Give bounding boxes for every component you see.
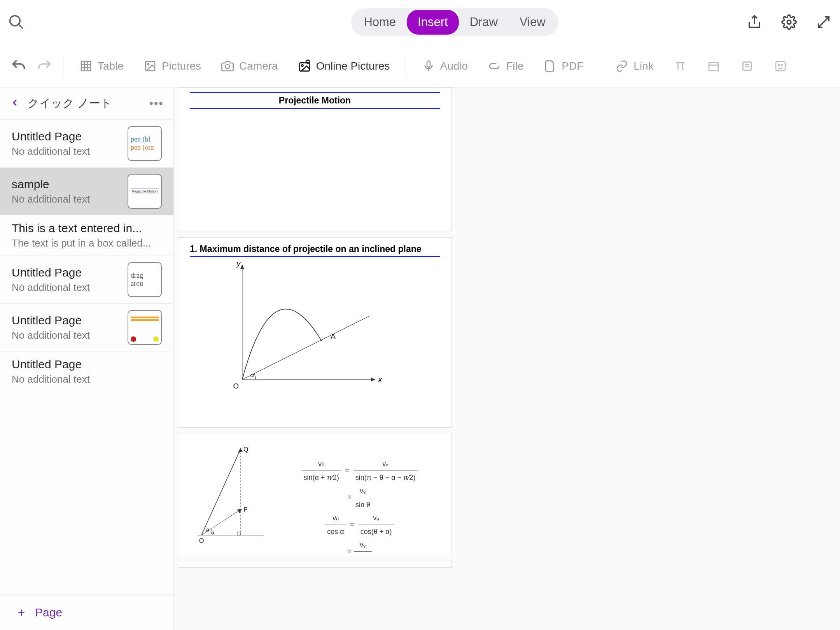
- online-pictures-icon: [298, 59, 312, 73]
- formula-text: v₀sin(α + π⁄2) = vₐsin(π − θ − α − π⁄2) …: [279, 442, 440, 546]
- page-title: sample: [12, 178, 121, 191]
- pdf-button[interactable]: PDF: [535, 55, 591, 77]
- label-x: x: [378, 375, 382, 383]
- page-item[interactable]: This is a text entered in... The text is…: [0, 215, 173, 256]
- svg-marker-27: [371, 378, 376, 381]
- svg-line-1: [19, 24, 23, 28]
- online-pictures-button[interactable]: Online Pictures: [290, 55, 398, 77]
- camera-label: Camera: [239, 60, 278, 72]
- sticker-button[interactable]: [766, 55, 795, 77]
- label-y: y: [236, 259, 241, 268]
- calendar-icon: [707, 59, 721, 73]
- page-subtitle: No additional text: [12, 373, 162, 385]
- document-title-block: Projectile Motion: [178, 88, 452, 231]
- tab-insert[interactable]: Insert: [407, 10, 459, 35]
- page-subtitle: No additional text: [12, 282, 121, 294]
- audio-button[interactable]: Audio: [414, 55, 476, 77]
- svg-point-22: [778, 65, 779, 66]
- page-item[interactable]: Untitled Page No additional text drag ar…: [0, 256, 173, 304]
- svg-marker-25: [240, 264, 244, 269]
- back-icon[interactable]: [10, 95, 20, 112]
- more-icon[interactable]: •••: [149, 97, 164, 110]
- page-subtitle: No additional text: [12, 329, 121, 341]
- pictures-button[interactable]: Pictures: [135, 55, 209, 77]
- online-pictures-label: Online Pictures: [316, 60, 390, 72]
- add-page-label: Page: [35, 606, 62, 619]
- table-label: Table: [98, 60, 124, 72]
- share-icon[interactable]: [746, 14, 763, 31]
- label-Q: Q: [243, 446, 248, 453]
- svg-text:θ: θ: [206, 527, 209, 533]
- page-item[interactable]: Untitled Page No additional text: [0, 304, 173, 352]
- triangle-diagram: Q P O θ α: [190, 442, 268, 547]
- document-section-block: 1. Maximum distance of projectile on an …: [178, 237, 452, 428]
- table-icon: [79, 59, 93, 73]
- label-O2: O: [199, 537, 204, 544]
- audio-icon: [422, 59, 436, 73]
- page-title: Untitled Page: [12, 130, 121, 143]
- search-icon[interactable]: [8, 14, 25, 31]
- pictures-icon: [143, 59, 157, 73]
- main-tabs: Home Insert Draw View: [351, 8, 558, 36]
- projectile-graph: O x y A α: [190, 257, 440, 393]
- label-A: A: [331, 332, 336, 340]
- link-button[interactable]: Link: [607, 55, 661, 77]
- section-title: 1. Maximum distance of projectile on an …: [190, 242, 440, 257]
- redo-icon: [37, 59, 51, 73]
- audio-label: Audio: [440, 60, 468, 72]
- camera-icon: [220, 59, 234, 73]
- plus-icon: ＋: [16, 604, 27, 620]
- camera-button[interactable]: Camera: [213, 55, 286, 77]
- svg-rect-14: [427, 61, 430, 67]
- table-button[interactable]: Table: [71, 55, 131, 77]
- label-O: O: [233, 382, 239, 390]
- pdf-label: PDF: [562, 60, 583, 72]
- add-page-button[interactable]: ＋ Page: [0, 594, 173, 630]
- svg-point-23: [781, 65, 782, 66]
- document-empty-block: [178, 560, 452, 568]
- svg-rect-21: [776, 61, 785, 71]
- canvas-area[interactable]: Projectile Motion 1. Maximum distance of…: [174, 88, 840, 630]
- link-icon: [615, 59, 629, 73]
- svg-rect-3: [81, 61, 91, 71]
- date-button[interactable]: [699, 55, 728, 77]
- svg-point-2: [787, 20, 791, 24]
- file-button[interactable]: File: [480, 55, 531, 77]
- label-P: P: [243, 506, 248, 513]
- tab-home[interactable]: Home: [353, 10, 407, 35]
- container-button[interactable]: [732, 55, 762, 77]
- link-label: Link: [634, 60, 653, 72]
- undo-icon[interactable]: [12, 59, 26, 73]
- pdf-icon: [543, 59, 557, 73]
- page-item[interactable]: Untitled Page No additional text pen (bl…: [0, 120, 173, 168]
- file-icon: [487, 59, 501, 73]
- svg-point-12: [301, 65, 303, 66]
- page-list: Untitled Page No additional text pen (bl…: [0, 120, 173, 594]
- tab-view[interactable]: View: [509, 10, 556, 35]
- doc-title: Projectile Motion: [190, 92, 440, 109]
- page-thumbnail: drag arou: [128, 262, 162, 297]
- fullscreen-icon[interactable]: [815, 14, 832, 31]
- page-subtitle: The text is put in a box called...: [12, 237, 162, 249]
- file-label: File: [506, 60, 523, 72]
- pi-icon: [673, 59, 687, 73]
- page-item[interactable]: sample No additional text Projectile Mot…: [0, 168, 173, 215]
- tab-draw[interactable]: Draw: [459, 10, 509, 35]
- svg-text:α: α: [211, 530, 214, 536]
- container-icon: [740, 59, 754, 73]
- svg-point-13: [306, 60, 310, 63]
- page-title: Untitled Page: [12, 358, 162, 371]
- svg-point-10: [226, 65, 230, 69]
- svg-rect-35: [237, 532, 240, 535]
- page-subtitle: No additional text: [12, 145, 121, 158]
- page-title: Untitled Page: [12, 266, 121, 279]
- svg-rect-16: [709, 62, 718, 70]
- sticker-icon: [774, 59, 788, 73]
- page-subtitle: No additional text: [12, 193, 121, 205]
- settings-icon[interactable]: [780, 14, 798, 31]
- page-title: Untitled Page: [12, 314, 121, 327]
- equation-button[interactable]: [665, 55, 695, 77]
- notebook-title[interactable]: クイック ノート: [28, 96, 141, 111]
- label-alpha: α: [250, 371, 254, 378]
- page-item[interactable]: Untitled Page No additional text: [0, 352, 173, 392]
